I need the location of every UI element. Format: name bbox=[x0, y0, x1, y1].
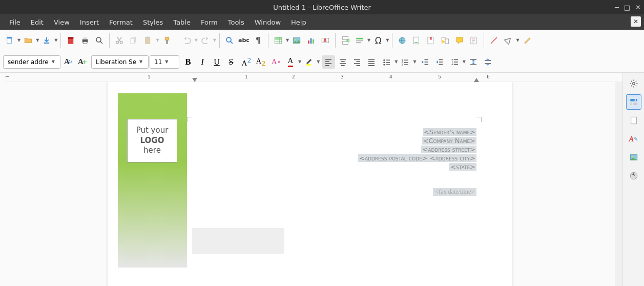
svg-point-27 bbox=[295, 39, 296, 40]
close-doc-button[interactable]: ✕ bbox=[631, 16, 641, 27]
insert-image-button[interactable] bbox=[290, 34, 303, 47]
superscript-button[interactable]: A2 bbox=[240, 55, 253, 69]
redo-button[interactable]: ▼ bbox=[199, 34, 216, 47]
find-replace-button[interactable] bbox=[223, 34, 236, 47]
menu-form[interactable]: Form bbox=[196, 16, 223, 29]
menu-edit[interactable]: Edit bbox=[26, 16, 49, 29]
update-style-button[interactable]: A↻ bbox=[61, 55, 75, 69]
menu-view[interactable]: View bbox=[49, 16, 75, 29]
menu-help[interactable]: Help bbox=[286, 16, 311, 29]
align-center-button[interactable] bbox=[336, 55, 349, 69]
align-right-button[interactable] bbox=[350, 55, 364, 69]
bold-button[interactable]: B bbox=[181, 55, 195, 69]
page[interactable]: Put your LOGO here <Sender's name> <Comp… bbox=[108, 82, 512, 286]
svg-rect-13 bbox=[131, 38, 135, 44]
menu-insert[interactable]: Insert bbox=[75, 16, 104, 29]
menu-format[interactable]: Format bbox=[104, 16, 138, 29]
line-spacing-button[interactable]: ▼ bbox=[448, 55, 466, 69]
ruler-tick: 4 bbox=[389, 74, 392, 79]
decrease-para-spacing-button[interactable] bbox=[481, 55, 494, 69]
svg-rect-16 bbox=[165, 37, 169, 40]
svg-point-94 bbox=[632, 83, 635, 85]
svg-rect-17 bbox=[166, 40, 168, 44]
increase-indent-button[interactable] bbox=[419, 55, 432, 69]
svg-point-101 bbox=[631, 156, 633, 157]
insert-line-button[interactable] bbox=[487, 34, 501, 47]
spellcheck-button[interactable]: abc bbox=[237, 34, 251, 47]
svg-rect-29 bbox=[310, 38, 312, 44]
font-name-combo[interactable]: Liberation Se ▼ bbox=[91, 55, 149, 69]
open-button[interactable]: ▼ bbox=[22, 34, 39, 47]
sidebar-styles-icon[interactable]: A✎ bbox=[626, 131, 641, 147]
italic-button[interactable]: I bbox=[196, 55, 209, 69]
print-button[interactable] bbox=[78, 34, 92, 47]
svg-rect-25 bbox=[275, 37, 282, 39]
sidebar-page-icon[interactable] bbox=[626, 113, 641, 128]
insert-symbol-button[interactable]: Ω ▼ bbox=[371, 34, 389, 47]
insert-table-button[interactable]: ▼ bbox=[272, 34, 289, 47]
insert-page-break-button[interactable]: + bbox=[339, 34, 352, 47]
insert-cross-ref-button[interactable] bbox=[439, 34, 452, 47]
menu-file[interactable]: File bbox=[4, 16, 26, 29]
highlight-button[interactable]: ▼ bbox=[302, 55, 320, 69]
undo-button[interactable]: ▼ bbox=[180, 34, 198, 47]
font-color-button[interactable]: A ▼ bbox=[284, 55, 301, 69]
strikethrough-button[interactable]: S bbox=[224, 55, 238, 69]
maximize-button[interactable]: □ bbox=[624, 4, 630, 11]
basic-shapes-button[interactable]: ▼ bbox=[502, 34, 519, 47]
insert-bookmark-button[interactable] bbox=[424, 34, 438, 47]
font-name-value: Liberation Se bbox=[96, 58, 136, 66]
formatting-marks-button[interactable]: ¶ bbox=[252, 34, 265, 47]
align-left-button[interactable] bbox=[322, 55, 335, 69]
align-justify-button[interactable] bbox=[365, 55, 378, 69]
new-style-button[interactable]: A+ bbox=[76, 55, 89, 69]
menu-styles[interactable]: Styles bbox=[138, 16, 168, 29]
insert-chart-button[interactable] bbox=[304, 34, 318, 47]
sender-name-field: <Sender's name> bbox=[423, 128, 476, 136]
close-button[interactable]: ✕ bbox=[635, 4, 641, 11]
fax-date-field[interactable]: <fax date/time> bbox=[433, 188, 476, 196]
svg-rect-4 bbox=[68, 37, 74, 39]
insert-hyperlink-button[interactable] bbox=[396, 34, 409, 47]
increase-para-spacing-button[interactable] bbox=[467, 55, 480, 69]
document-viewport[interactable]: Put your LOGO here <Sender's name> <Comp… bbox=[5, 82, 622, 286]
minimize-button[interactable]: ─ bbox=[615, 4, 619, 11]
menu-window[interactable]: Window bbox=[250, 16, 286, 29]
save-button[interactable]: ▼ bbox=[40, 34, 57, 47]
insert-footnote-button[interactable] bbox=[410, 34, 423, 47]
insert-textbox-button[interactable]: A bbox=[319, 34, 332, 47]
paragraph-style-combo[interactable]: sender addre ▼ bbox=[3, 55, 60, 69]
show-draw-functions-button[interactable] bbox=[521, 34, 534, 47]
underline-button[interactable]: U bbox=[210, 55, 223, 69]
sidebar-navigator-icon[interactable] bbox=[626, 168, 641, 183]
recipient-block[interactable] bbox=[192, 228, 284, 254]
insert-field-button[interactable]: ▼ bbox=[353, 34, 370, 47]
insert-comment-button[interactable] bbox=[453, 34, 466, 47]
track-changes-button[interactable] bbox=[467, 34, 481, 47]
clear-formatting-button[interactable]: A✕ bbox=[269, 55, 283, 69]
sidebar-settings-icon[interactable] bbox=[626, 76, 641, 91]
numbered-list-button[interactable]: 123 ▼ bbox=[399, 55, 416, 69]
clone-formatting-button[interactable] bbox=[160, 34, 174, 47]
paste-button[interactable]: ▼ bbox=[141, 34, 159, 47]
menu-table[interactable]: Table bbox=[168, 16, 196, 29]
logo-placeholder[interactable]: Put your LOGO here bbox=[127, 119, 177, 162]
ruler-tick: 1 bbox=[148, 74, 151, 79]
sender-address-block[interactable]: <Sender's name> <Company Name> <address … bbox=[358, 128, 476, 172]
print-preview-button[interactable] bbox=[93, 34, 106, 47]
svg-point-71 bbox=[384, 62, 385, 63]
export-pdf-button[interactable] bbox=[64, 34, 77, 47]
cut-button[interactable] bbox=[113, 34, 126, 47]
bullet-list-button[interactable]: ▼ bbox=[380, 55, 398, 69]
copy-button[interactable] bbox=[127, 34, 140, 47]
new-button[interactable]: ▼ bbox=[3, 34, 20, 47]
subscript-button[interactable]: A2 bbox=[254, 55, 267, 69]
sidebar-gallery-icon[interactable] bbox=[626, 150, 641, 165]
logo-line: here bbox=[143, 146, 161, 156]
decrease-indent-button[interactable] bbox=[433, 55, 446, 69]
sidebar-properties-icon[interactable] bbox=[626, 94, 641, 110]
font-size-combo[interactable]: 11 ▼ bbox=[150, 55, 179, 69]
menu-tools[interactable]: Tools bbox=[223, 16, 250, 29]
horizontal-ruler[interactable]: ⌐ 1 1 2 3 4 5 6 bbox=[5, 73, 622, 82]
vertical-scrollbar[interactable] bbox=[615, 82, 622, 286]
